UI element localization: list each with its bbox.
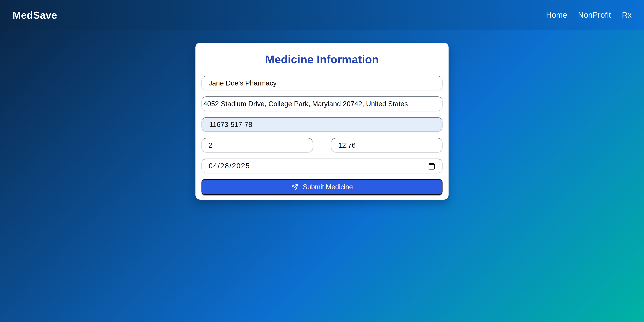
ndc-code-input[interactable] <box>202 117 442 132</box>
nav-link-home[interactable]: Home <box>546 10 567 20</box>
price-input[interactable] <box>331 138 442 152</box>
calendar-icon[interactable] <box>428 162 435 170</box>
pharmacy-address-input[interactable] <box>202 96 442 111</box>
medicine-form-card: Medicine Information 04/28/2025 <box>196 43 448 200</box>
expiration-date-input[interactable]: 04/28/2025 <box>202 158 442 173</box>
quantity-price-row <box>202 138 442 158</box>
page-background: Medicine Information 04/28/2025 <box>0 30 644 322</box>
brand-logo[interactable]: MedSave <box>12 9 57 21</box>
nav-link-nonprofit[interactable]: NonProfit <box>578 10 611 20</box>
expiration-date-value: 04/28/2025 <box>209 162 250 170</box>
send-icon <box>291 183 299 191</box>
submit-medicine-button[interactable]: Submit Medicine <box>202 179 442 195</box>
quantity-input[interactable] <box>202 138 313 152</box>
medicine-form: 04/28/2025 Submit M <box>202 76 442 195</box>
form-title: Medicine Information <box>202 53 442 66</box>
submit-button-label: Submit Medicine <box>303 183 353 191</box>
nav-menu: Home NonProfit Rx <box>546 10 632 20</box>
nav-link-rx[interactable]: Rx <box>622 10 632 20</box>
pharmacy-name-input[interactable] <box>202 76 442 90</box>
navbar: MedSave Home NonProfit Rx <box>0 0 644 30</box>
